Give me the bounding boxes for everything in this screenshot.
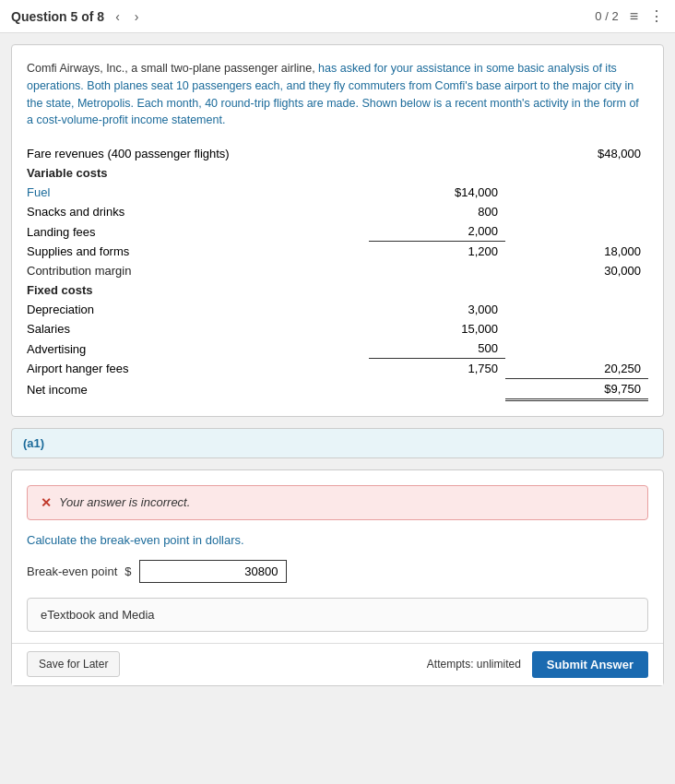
contribution-margin-row: Contribution margin 30,000 [27,261,648,280]
section-a1-label: (a1) [11,428,664,458]
snacks-amount: 800 [369,202,505,221]
next-button[interactable]: › [131,7,143,26]
variable-costs-header-row: Variable costs [27,163,648,183]
snacks-row: Snacks and drinks 800 [27,202,648,221]
more-options-button[interactable]: ⋮ [649,7,664,25]
save-for-later-button[interactable]: Save for Later [27,651,120,677]
advertising-amount: 500 [369,339,505,359]
contribution-margin-label: Contribution margin [27,261,369,280]
income-statement-card: Comfi Airways, Inc., a small two-plane p… [11,44,664,417]
fuel-amount: $14,000 [369,183,505,202]
advertising-row: Advertising 500 [27,339,648,359]
fare-revenues-amount-blank [369,144,505,163]
contribution-margin-amount: 30,000 [505,261,648,280]
landing-fees-amount: 2,000 [369,221,505,242]
fixed-costs-label: Fixed costs [27,280,369,300]
landing-fees-label: Landing fees [27,221,369,242]
fare-revenues-total: $48,000 [505,144,648,163]
error-icon: ✕ [41,495,52,510]
answer-card: ✕ Your answer is incorrect. Calculate th… [11,469,664,686]
attempts-label: Attempts: unlimited [427,658,521,671]
landing-fees-row: Landing fees 2,000 [27,221,648,242]
score-display: 0 / 2 [595,9,618,23]
salaries-amount: 15,000 [369,319,505,339]
salaries-row: Salaries 15,000 [27,319,648,339]
depreciation-amount: 3,000 [369,300,505,319]
airport-fees-total: 20,250 [505,359,648,379]
list-icon-button[interactable]: ≡ [630,8,638,25]
etextbook-bar: eTextbook and Media [27,598,648,632]
intro-paragraph: Comfi Airways, Inc., a small two-plane p… [27,60,648,129]
fare-revenues-label: Fare revenues (400 passenger flights) [27,144,369,163]
net-income-amount: $9,750 [505,378,648,399]
depreciation-label: Depreciation [27,300,369,319]
break-even-input-row: Break-even point $ [27,560,648,583]
error-message: Your answer is incorrect. [59,495,190,509]
main-content: Comfi Airways, Inc., a small two-plane p… [0,33,675,697]
intro-text-plain: Comfi Airways, Inc., a small two-plane p… [27,62,318,75]
net-income-row: Net income $9,750 [27,378,648,399]
salaries-label: Salaries [27,319,369,339]
dollar-sign: $ [124,564,131,578]
supplies-label: Supplies and forms [27,242,369,262]
header-left: Question 5 of 8 ‹ › [11,7,142,26]
airport-fees-amount: 1,750 [369,359,505,379]
net-income-label: Net income [27,378,369,399]
submit-answer-button[interactable]: Submit Answer [532,651,648,678]
depreciation-row: Depreciation 3,000 [27,300,648,319]
fare-revenues-row: Fare revenues (400 passenger flights) $4… [27,144,648,163]
snacks-label: Snacks and drinks [27,202,369,221]
prev-button[interactable]: ‹ [112,7,124,26]
supplies-total: 18,000 [505,242,648,262]
break-even-label: Break-even point [27,564,117,578]
income-statement-table: Fare revenues (400 passenger flights) $4… [27,144,648,401]
question-title: Question 5 of 8 [11,9,104,24]
variable-costs-label: Variable costs [27,163,369,183]
fixed-costs-header-row: Fixed costs [27,280,648,300]
advertising-label: Advertising [27,339,369,359]
fuel-label: Fuel [27,183,369,202]
fuel-row: Fuel $14,000 [27,183,648,202]
card-footer: Save for Later Attempts: unlimited Submi… [12,643,663,685]
airport-fees-label: Airport hanger fees [27,359,369,379]
break-even-input[interactable] [139,560,287,583]
supplies-row: Supplies and forms 1,200 18,000 [27,242,648,262]
header-right: 0 / 2 ≡ ⋮ [595,7,664,25]
question-text: Calculate the break-even point in dollar… [27,533,648,547]
error-box: ✕ Your answer is incorrect. [27,485,648,520]
airport-fees-row: Airport hanger fees 1,750 20,250 [27,359,648,379]
supplies-amount: 1,200 [369,242,505,262]
footer-right: Attempts: unlimited Submit Answer [427,651,648,678]
header: Question 5 of 8 ‹ › 0 / 2 ≡ ⋮ [0,0,675,33]
